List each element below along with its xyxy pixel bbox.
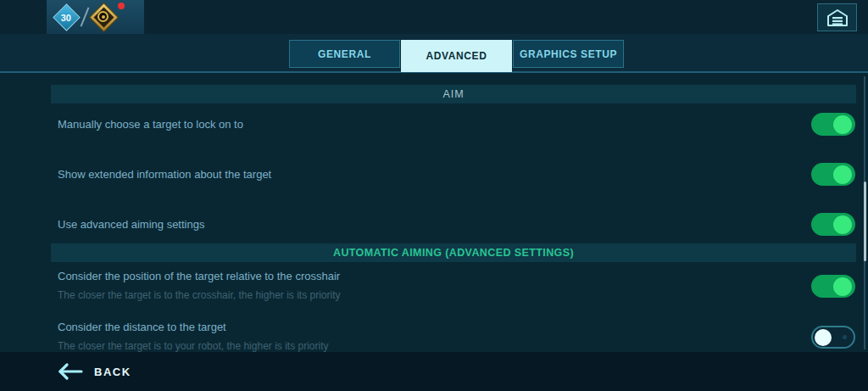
- settings-content: AIM Manually choose a target to lock on …: [0, 73, 868, 352]
- bottom-bar: BACK: [0, 352, 868, 391]
- league-emblem-icon: [97, 11, 108, 22]
- player-info-panel[interactable]: 30: [47, 0, 144, 34]
- settings-screen: 30 GENERAL ADVANCED: [0, 0, 868, 391]
- notification-dot: [118, 3, 125, 9]
- setting-description: The closer the target is to your robot, …: [58, 340, 855, 352]
- toggle-knob: [833, 277, 852, 296]
- toggle-extended-info[interactable]: [811, 163, 855, 186]
- tab-general[interactable]: GENERAL: [289, 40, 400, 68]
- toggle-knob: [833, 165, 852, 184]
- section-title: AUTOMATIC AIMING (ADVANCED SETTINGS): [333, 247, 574, 259]
- back-button[interactable]: BACK: [58, 352, 131, 391]
- toggle-advanced-aiming[interactable]: [811, 213, 855, 236]
- toggle-knob: [815, 329, 832, 346]
- tab-graphics-setup[interactable]: GRAPHICS SETUP: [513, 40, 624, 68]
- tab-advanced[interactable]: ADVANCED: [401, 40, 512, 72]
- level-diamond-icon: 30: [53, 3, 81, 31]
- toggle-crosshair-position[interactable]: [811, 275, 855, 298]
- setting-label: Manually choose a target to lock on to: [58, 113, 855, 136]
- player-level-value: 30: [61, 13, 71, 23]
- section-title: AIM: [442, 88, 464, 100]
- setting-row-extended-info: Show extended information about the targ…: [58, 163, 855, 200]
- setting-row-crosshair-position: Consider the position of the target rela…: [58, 270, 855, 307]
- top-bar: 30: [0, 0, 868, 34]
- toggle-knob: [833, 115, 852, 134]
- back-arrow-icon: [58, 363, 83, 380]
- setting-label: Consider the position of the target rela…: [58, 270, 855, 283]
- setting-label: Use advanced aiming settings: [58, 213, 855, 236]
- settings-tabs: GENERAL ADVANCED GRAPHICS SETUP: [289, 40, 624, 72]
- section-header-automatic-aiming: AUTOMATIC AIMING (ADVANCED SETTINGS): [51, 243, 856, 262]
- scrollbar-thumb[interactable]: [864, 182, 866, 261]
- player-level-badge[interactable]: 30: [52, 3, 81, 31]
- toggle-target-distance[interactable]: [811, 326, 855, 349]
- setting-label: Show extended information about the targ…: [58, 163, 855, 186]
- section-header-aim: AIM: [51, 85, 856, 103]
- hangar-home-button[interactable]: [817, 3, 857, 31]
- tab-strip: GENERAL ADVANCED GRAPHICS SETUP: [0, 34, 868, 73]
- league-badge[interactable]: [89, 3, 118, 31]
- hangar-home-icon: [827, 9, 848, 26]
- setting-row-manual-target: Manually choose a target to lock on to: [58, 113, 855, 150]
- back-button-label: BACK: [94, 366, 131, 378]
- toggle-manual-target[interactable]: [811, 113, 855, 136]
- setting-label: Consider the distance to the target: [58, 321, 855, 334]
- setting-description: The closer the target is to the crosshai…: [58, 289, 855, 301]
- toggle-knob: [833, 215, 852, 234]
- toggle-off-dot: [843, 335, 847, 339]
